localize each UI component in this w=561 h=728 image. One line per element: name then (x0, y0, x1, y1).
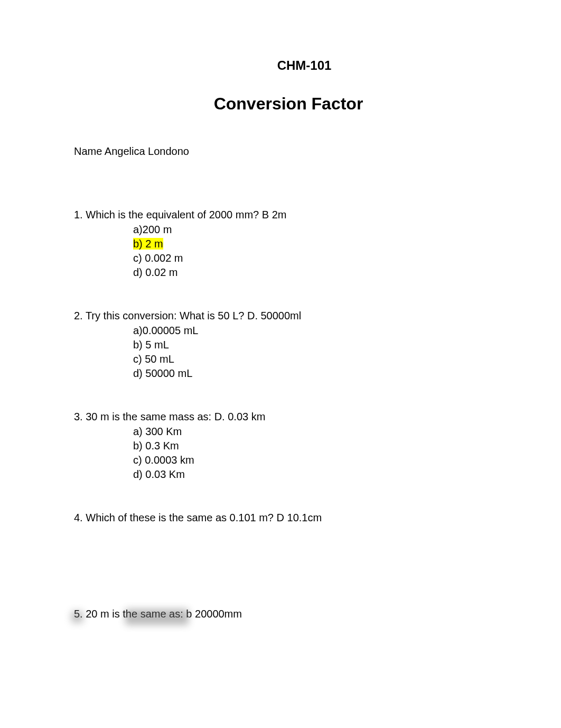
blurred-footer (71, 609, 189, 625)
options-list: a)0.00005 mL b) 5 mL c) 50 mL d) 50000 m… (74, 324, 487, 381)
question-body: 30 m is the same mass as: D. 0.03 km (86, 411, 265, 422)
question-body: Which is the equivalent of 2000 mm? B 2m (86, 209, 286, 220)
option-c: c) 0.002 m (133, 251, 487, 265)
document-title: Conversion Factor (90, 94, 487, 114)
option-c: c) 0.0003 km (133, 453, 487, 467)
blur-text-icon (125, 609, 189, 625)
question-text: 1. Which is the equivalent of 2000 mm? B… (74, 208, 487, 222)
name-line: Name Angelica Londono (74, 145, 487, 158)
option-d: d) 0.03 Km (133, 467, 487, 482)
question-4: 4. Which of these is the same as 0.101 m… (74, 511, 487, 525)
option-d: d) 50000 mL (133, 366, 487, 381)
options-list: a) 300 Km b) 0.3 Km c) 0.0003 km d) 0.03… (74, 425, 487, 482)
question-text: 3. 30 m is the same mass as: D. 0.03 km (74, 410, 487, 424)
option-a: a) 300 Km (133, 425, 487, 439)
question-body: Which of these is the same as 0.101 m? D… (86, 512, 322, 523)
course-code: CHM-101 (121, 58, 487, 73)
question-text: 2. Try this conversion: What is 50 L? D.… (74, 309, 487, 323)
name-label: Name (74, 145, 102, 157)
document-page: CHM-101 Conversion Factor Name Angelica … (0, 0, 561, 621)
blur-box-icon (71, 611, 83, 623)
question-number: 1. (74, 209, 83, 220)
question-number: 4. (74, 512, 83, 523)
options-list: a)200 m b) 2 m c) 0.002 m d) 0.02 m (74, 223, 487, 280)
option-a: a)0.00005 mL (133, 324, 487, 338)
option-b: b) 2 m (133, 237, 487, 251)
question-1: 1. Which is the equivalent of 2000 mm? B… (74, 208, 487, 280)
option-d: d) 0.02 m (133, 265, 487, 280)
option-a: a)200 m (133, 223, 487, 237)
question-body: Try this conversion: What is 50 L? D. 50… (86, 310, 301, 321)
option-b: b) 0.3 Km (133, 439, 487, 453)
question-number: 2. (74, 310, 83, 321)
question-number: 3. (74, 411, 83, 422)
question-3: 3. 30 m is the same mass as: D. 0.03 km … (74, 410, 487, 482)
option-b: b) 5 mL (133, 338, 487, 352)
highlighted-answer: b) 2 m (133, 238, 163, 250)
question-2: 2. Try this conversion: What is 50 L? D.… (74, 309, 487, 381)
option-c: c) 50 mL (133, 352, 487, 366)
question-text: 4. Which of these is the same as 0.101 m… (74, 511, 487, 525)
student-name: Angelica Londono (105, 145, 189, 157)
